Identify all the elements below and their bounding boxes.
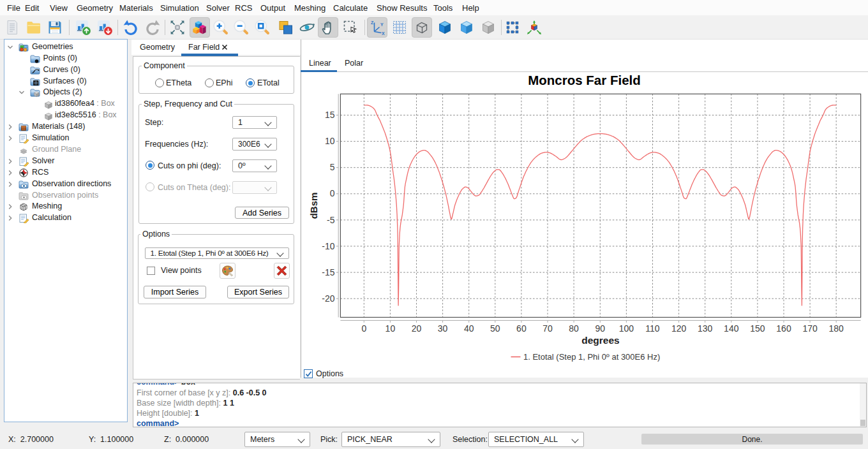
svg-text:100: 100 xyxy=(619,323,634,334)
svg-text:30: 30 xyxy=(438,323,448,334)
svg-text:140: 140 xyxy=(724,323,739,334)
svg-text:1. Etotal (Step 1, Phi 0º at 3: 1. Etotal (Step 1, Phi 0º at 300E6 Hz) xyxy=(523,352,660,362)
svg-text:10: 10 xyxy=(385,323,396,334)
svg-text:-20: -20 xyxy=(322,293,334,304)
svg-text:Y: Y xyxy=(380,22,384,27)
svg-text:110: 110 xyxy=(645,323,660,334)
svg-text:degrees: degrees xyxy=(581,335,619,346)
svg-text:160: 160 xyxy=(776,323,791,334)
svg-text:40: 40 xyxy=(464,323,474,334)
svg-text:-15: -15 xyxy=(322,267,334,277)
svg-text:120: 120 xyxy=(671,323,687,334)
svg-text:15: 15 xyxy=(325,110,335,120)
svg-text:150: 150 xyxy=(750,323,765,334)
svg-text:-5: -5 xyxy=(327,215,335,225)
svg-text:180: 180 xyxy=(829,323,844,334)
svg-text:60: 60 xyxy=(516,323,527,334)
svg-text:130: 130 xyxy=(698,323,713,334)
svg-text:20: 20 xyxy=(412,323,422,334)
svg-text:X: X xyxy=(382,31,385,36)
svg-text:50: 50 xyxy=(490,323,500,334)
svg-text:5: 5 xyxy=(330,162,335,172)
svg-text:80: 80 xyxy=(569,323,579,334)
svg-text:dBsm: dBsm xyxy=(308,193,319,219)
svg-text:70: 70 xyxy=(542,323,553,334)
svg-text:0: 0 xyxy=(330,188,335,198)
svg-text:90: 90 xyxy=(595,323,606,334)
svg-text:Z: Z xyxy=(371,20,374,25)
svg-text:10: 10 xyxy=(325,136,335,146)
svg-text:-10: -10 xyxy=(322,241,334,251)
svg-text:Moncros Far Field: Moncros Far Field xyxy=(528,73,641,87)
svg-text:0: 0 xyxy=(361,323,366,334)
svg-text:170: 170 xyxy=(802,323,818,334)
